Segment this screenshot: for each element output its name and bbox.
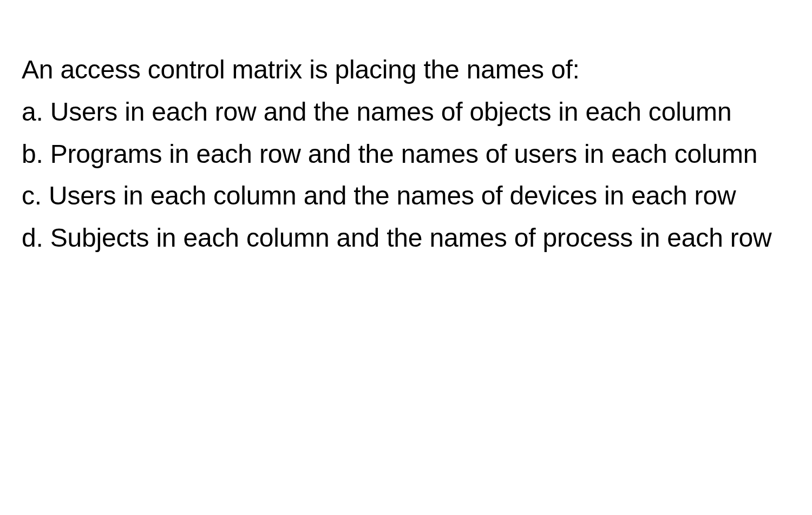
question-block: An access control matrix is placing the … <box>0 0 812 281</box>
option-b: b. Programs in each row and the names of… <box>22 133 790 175</box>
option-d: d. Subjects in each column and the names… <box>22 217 790 259</box>
question-stem: An access control matrix is placing the … <box>22 49 790 91</box>
option-c: c. Users in each column and the names of… <box>22 175 790 217</box>
option-a: a. Users in each row and the names of ob… <box>22 91 790 133</box>
